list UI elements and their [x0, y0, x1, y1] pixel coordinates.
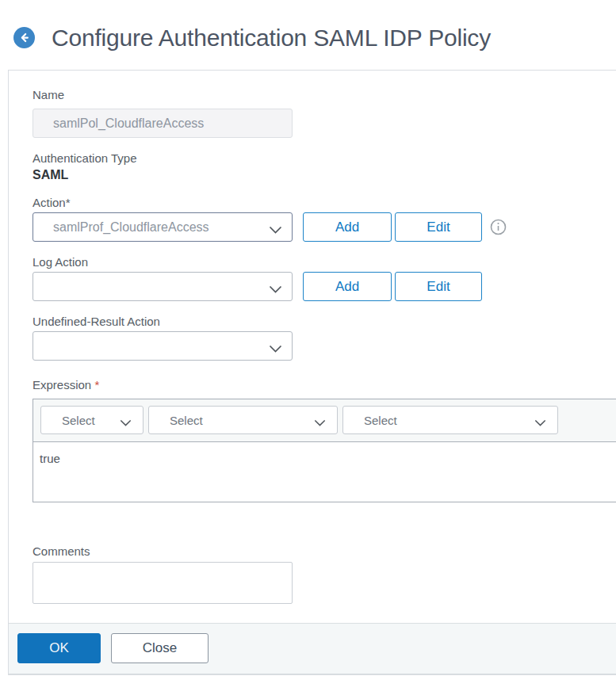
info-icon[interactable]: [490, 219, 507, 235]
expression-toolbar: Select Select Select: [33, 399, 616, 442]
action-label: Action*: [33, 195, 616, 210]
action-select-value: samlProf_CloudflareAccess: [33, 220, 209, 235]
page-header: Configure Authentication SAML IDP Policy: [0, 0, 616, 70]
chevron-down-icon: [120, 416, 133, 425]
auth-type-value: SAML: [33, 168, 616, 182]
page-title: Configure Authentication SAML IDP Policy: [52, 25, 491, 52]
expression-label: Expression *: [33, 377, 616, 392]
comments-label: Comments: [33, 544, 616, 559]
name-label: Name: [33, 87, 616, 102]
config-panel: Name Authentication Type SAML Action* sa…: [8, 70, 616, 675]
name-input[interactable]: [33, 109, 293, 138]
ok-button[interactable]: OK: [17, 633, 101, 663]
expression-select-2[interactable]: Select: [148, 406, 338, 434]
chevron-down-icon: [314, 416, 327, 425]
policy-form: Name Authentication Type SAML Action* sa…: [9, 71, 616, 604]
back-button[interactable]: [13, 27, 35, 48]
expression-select-1-value: Select: [41, 414, 95, 427]
chevron-down-icon: [534, 416, 548, 425]
expression-select-3[interactable]: Select: [342, 406, 558, 434]
auth-type-label: Authentication Type: [33, 151, 616, 166]
log-action-add-button[interactable]: Add: [303, 272, 392, 301]
chevron-down-icon: [269, 283, 282, 292]
action-add-button[interactable]: Add: [303, 212, 392, 242]
dialog-footer: OK Close: [9, 623, 616, 674]
log-action-edit-button[interactable]: Edit: [395, 272, 482, 301]
log-action-label: Log Action: [33, 254, 616, 269]
expression-editor: Select Select Select: [33, 399, 616, 502]
expression-select-2-value: Select: [149, 414, 203, 427]
close-button[interactable]: Close: [111, 633, 209, 663]
log-action-select[interactable]: [33, 272, 293, 301]
comments-input[interactable]: [33, 562, 293, 604]
undefined-result-action-label: Undefined-Result Action: [33, 314, 616, 329]
action-edit-button[interactable]: Edit: [395, 212, 482, 242]
chevron-down-icon: [269, 342, 282, 351]
expression-input[interactable]: true: [33, 442, 616, 502]
expression-select-3-value: Select: [343, 414, 397, 427]
expression-select-1[interactable]: Select: [40, 406, 143, 434]
required-asterisk: *: [94, 378, 99, 391]
chevron-down-icon: [269, 223, 282, 232]
arrow-left-icon: [18, 32, 30, 44]
action-select[interactable]: samlProf_CloudflareAccess: [33, 212, 293, 242]
expression-label-text: Expression: [33, 378, 91, 391]
undefined-result-action-select[interactable]: [33, 331, 293, 361]
